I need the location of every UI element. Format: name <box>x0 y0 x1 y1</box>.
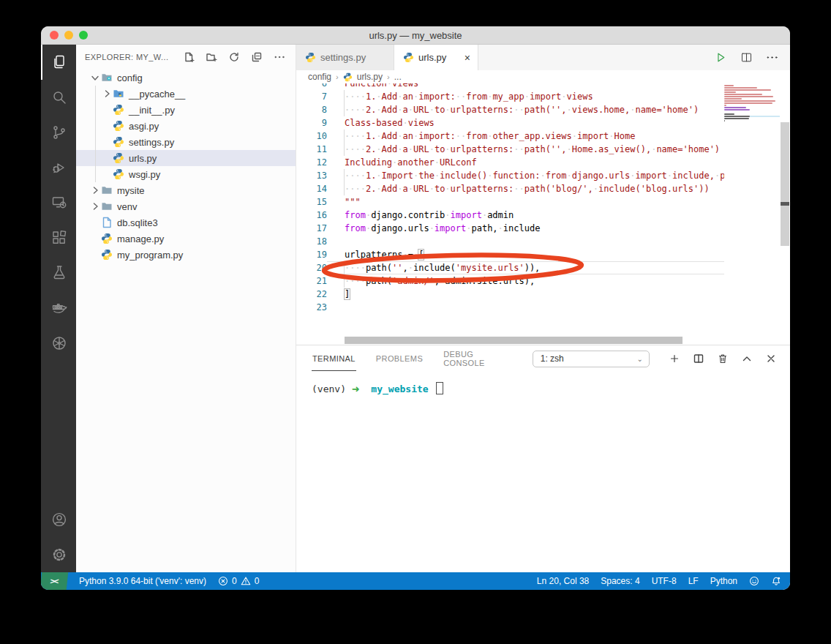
minimap-line <box>724 122 780 124</box>
python-interpreter-status[interactable]: Python 3.9.0 64-bit ('venv': venv) <box>79 576 206 586</box>
prompt-arrow: ➜ <box>352 383 360 394</box>
source-control-activity-icon[interactable] <box>41 115 76 150</box>
minimap-line <box>724 102 780 104</box>
activity-bar <box>41 45 76 572</box>
split-editor-icon[interactable] <box>740 51 753 64</box>
vertical-scrollbar[interactable] <box>780 83 790 345</box>
testing-activity-icon[interactable] <box>41 255 76 291</box>
minimap-line <box>724 87 780 89</box>
tree-item-my-program-py[interactable]: my_program.py <box>76 247 296 263</box>
python-file-icon <box>305 52 316 63</box>
tree-item-db-sqlite3[interactable]: db.sqlite3 <box>76 214 296 231</box>
collapse-folders-icon[interactable] <box>251 51 263 63</box>
indentation-status[interactable]: Spaces: 4 <box>601 576 639 586</box>
run-and-debug-activity-icon[interactable] <box>41 150 76 185</box>
split-terminal-icon[interactable] <box>693 353 704 364</box>
zoom-window-button[interactable] <box>79 31 88 40</box>
encoding-status[interactable]: UTF-8 <box>652 576 677 586</box>
line-content: urlpatterns·=·[ <box>327 248 724 261</box>
code-line-17: 17from·django.urls·import·path,·include <box>296 222 724 235</box>
line-number: 16 <box>296 209 327 222</box>
tree-item--pycache-[interactable]: __pycache__ <box>76 86 296 102</box>
tree-item-mysite[interactable]: mysite <box>76 182 296 198</box>
chevron-down-icon: ⌄ <box>637 355 643 363</box>
new-file-icon[interactable] <box>183 51 195 63</box>
tree-item-label: venv <box>117 201 137 212</box>
line-content <box>327 235 724 248</box>
tab-urls-py[interactable]: urls.py × <box>394 45 478 70</box>
indent-guide <box>344 261 345 274</box>
indent-guide <box>344 182 345 195</box>
remote-indicator[interactable]: >< <box>41 572 68 590</box>
python-file-icon <box>113 168 126 180</box>
tree-item-asgi-py[interactable]: asgi.py <box>76 118 296 134</box>
code-line-9: 9Class-based·views <box>296 116 724 130</box>
problems-status[interactable]: 0 0 <box>218 576 259 586</box>
line-content: ····1.·Add·an·import:··from·other_app.vi… <box>327 130 724 143</box>
close-tab-icon[interactable]: × <box>465 53 470 63</box>
tab-terminal[interactable]: TERMINAL <box>312 347 356 371</box>
breadcrumb-item-config[interactable]: config <box>308 72 331 82</box>
breadcrumb-item-urls-py[interactable]: urls.py <box>357 72 383 82</box>
tab-problems[interactable]: PROBLEMS <box>375 347 424 370</box>
breadcrumb-item-more[interactable]: ... <box>394 72 402 82</box>
line-number: 11 <box>296 143 327 156</box>
search-activity-icon[interactable] <box>41 80 76 115</box>
new-folder-icon[interactable] <box>206 51 217 63</box>
feedback-status[interactable] <box>749 576 759 586</box>
python-file-icon <box>403 52 414 63</box>
terminal-shell-select[interactable]: 1: zsh ⌄ <box>533 351 650 367</box>
minimap-line <box>724 96 780 97</box>
eol-status[interactable]: LF <box>688 576 699 586</box>
more-actions-icon[interactable] <box>274 51 285 63</box>
horizontal-scrollbar[interactable] <box>345 337 683 344</box>
tree-item-settings-py[interactable]: settings.py <box>76 134 296 150</box>
tree-item-venv[interactable]: venv <box>76 198 296 214</box>
minimap[interactable] <box>724 83 780 345</box>
tree-item--init-py[interactable]: __init__.py <box>76 102 296 118</box>
breadcrumb-separator: › <box>387 72 390 81</box>
new-terminal-icon[interactable] <box>669 353 680 364</box>
explorer-activity-icon[interactable] <box>41 45 76 80</box>
line-content: Class-based·views <box>327 116 724 130</box>
docker-activity-icon[interactable] <box>41 291 76 326</box>
indent-guide <box>344 130 345 143</box>
panel-header: TERMINAL PROBLEMS DEBUG CONSOLE 1: zsh ⌄ <box>296 345 790 372</box>
extensions-activity-icon[interactable] <box>41 220 76 255</box>
editor-region: settings.py urls.py × config <box>296 45 790 572</box>
scrollbar-slider[interactable] <box>781 122 789 246</box>
terminal-content[interactable]: (venv) ➜ my_website <box>296 372 790 394</box>
python-file-icon <box>343 72 353 82</box>
prompt-venv: (venv) <box>312 383 346 394</box>
kubernetes-activity-icon[interactable] <box>41 326 76 361</box>
tab-debug-console[interactable]: DEBUG CONSOLE <box>443 342 514 375</box>
manage-settings-activity-icon[interactable] <box>41 537 76 572</box>
line-number: 19 <box>296 248 327 261</box>
code-editor[interactable]: 6Function·views7····1.·Add·an·import:··f… <box>296 83 724 345</box>
accounts-activity-icon[interactable] <box>41 502 76 537</box>
language-mode-status[interactable]: Python <box>710 576 737 586</box>
tab-settings-py[interactable]: settings.py <box>296 45 394 70</box>
refresh-explorer-icon[interactable] <box>228 51 240 63</box>
minimap-line <box>724 109 780 111</box>
indent-guide <box>344 274 345 288</box>
kill-terminal-icon[interactable] <box>717 353 729 364</box>
run-python-file-icon[interactable] <box>715 51 727 64</box>
terminal-cursor <box>436 382 443 394</box>
notifications-status[interactable] <box>771 576 781 586</box>
line-number: 22 <box>296 288 327 301</box>
tree-item-manage-py[interactable]: manage.py <box>76 231 296 247</box>
tree-item-wsgi-py[interactable]: wsgi.py <box>76 166 296 182</box>
remote-explorer-activity-icon[interactable] <box>41 185 76 220</box>
tree-item-urls-py[interactable]: urls.py <box>76 150 296 166</box>
tree-item-config[interactable]: config <box>76 70 296 86</box>
close-panel-icon[interactable] <box>765 353 777 364</box>
code-line-21: 21····path('admin/',·admin.site.urls), <box>296 274 724 288</box>
maximize-panel-icon[interactable] <box>741 353 753 364</box>
cursor-position-status[interactable]: Ln 20, Col 38 <box>537 576 589 586</box>
close-window-button[interactable] <box>50 31 59 40</box>
feedback-icon <box>749 576 759 586</box>
more-actions-icon[interactable] <box>766 51 778 64</box>
minimap-line <box>724 116 780 117</box>
minimize-window-button[interactable] <box>64 31 73 40</box>
